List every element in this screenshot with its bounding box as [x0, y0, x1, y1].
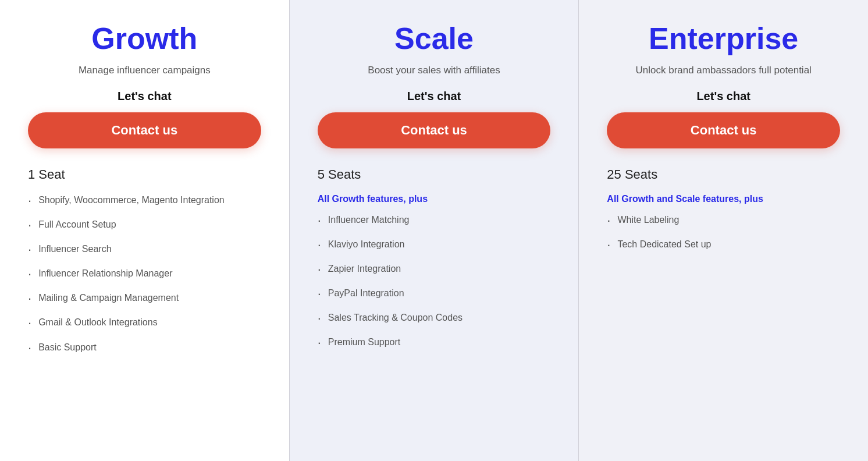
growth-description: Manage influencer campaigns: [28, 63, 261, 78]
list-item: Sales Tracking & Coupon Codes: [318, 311, 551, 325]
enterprise-lets-chat: Let's chat: [607, 90, 840, 103]
growth-title: Growth: [28, 21, 261, 56]
pricing-container: Growth Manage influencer campaigns Let's…: [0, 0, 868, 461]
enterprise-title: Enterprise: [607, 21, 840, 56]
growth-contact-button[interactable]: Contact us: [28, 112, 261, 148]
list-item: Influencer Matching: [318, 214, 551, 228]
growth-feature-list: Shopify, Woocommerce, Magento Integratio…: [28, 194, 261, 366]
scale-description: Boost your sales with affiliates: [318, 63, 551, 78]
list-item: Basic Support: [28, 341, 261, 355]
list-item: Influencer Relationship Manager: [28, 267, 261, 281]
list-item: Premium Support: [318, 336, 551, 350]
enterprise-seats: 25 Seats: [607, 167, 657, 182]
scale-lets-chat: Let's chat: [318, 90, 551, 103]
growth-seats: 1 Seat: [28, 167, 65, 182]
list-item: Mailing & Campaign Management: [28, 292, 261, 306]
enterprise-contact-button[interactable]: Contact us: [607, 112, 840, 148]
list-item: Tech Dedicated Set up: [607, 238, 840, 252]
list-item: Shopify, Woocommerce, Magento Integratio…: [28, 194, 261, 208]
list-item: White Labeling: [607, 214, 840, 228]
growth-card: Growth Manage influencer campaigns Let's…: [0, 0, 289, 461]
scale-title: Scale: [318, 21, 551, 56]
enterprise-card: Enterprise Unlock brand ambassadors full…: [579, 0, 868, 461]
list-item: Klaviyo Integration: [318, 238, 551, 252]
list-item: Zapier Integration: [318, 263, 551, 276]
growth-lets-chat: Let's chat: [28, 90, 261, 103]
scale-feature-list: Influencer Matching Klaviyo Integration …: [318, 214, 551, 361]
scale-seats: 5 Seats: [318, 167, 361, 182]
list-item: PayPal Integration: [318, 287, 551, 301]
list-item: Gmail & Outlook Integrations: [28, 316, 261, 330]
enterprise-description: Unlock brand ambassadors full potential: [607, 63, 840, 78]
list-item: Full Account Setup: [28, 218, 261, 232]
scale-card: Scale Boost your sales with affiliates L…: [290, 0, 579, 461]
list-item: Influencer Search: [28, 243, 261, 257]
enterprise-feature-list: White Labeling Tech Dedicated Set up: [607, 214, 840, 263]
scale-features-highlight: All Growth features, plus: [318, 194, 428, 204]
enterprise-features-highlight: All Growth and Scale features, plus: [607, 194, 763, 204]
scale-contact-button[interactable]: Contact us: [318, 112, 551, 148]
